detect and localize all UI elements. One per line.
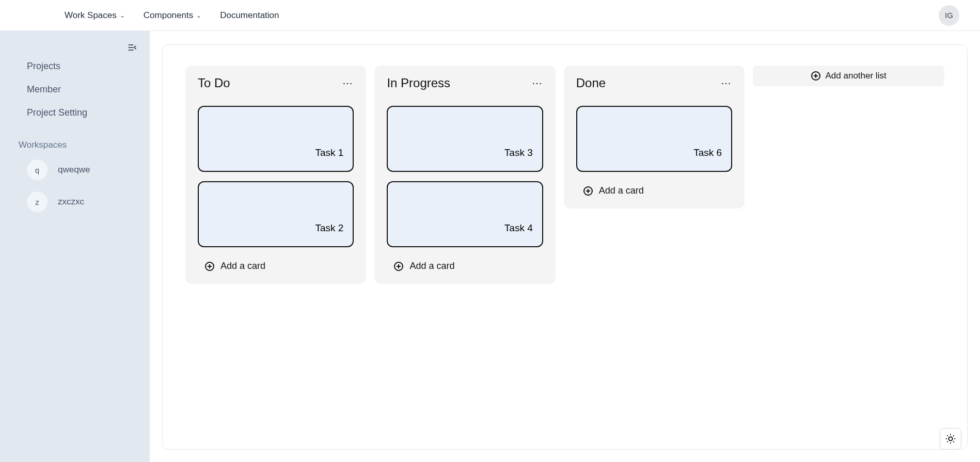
avatar-initials: IG xyxy=(945,11,953,20)
sidebar-item-label: Project Setting xyxy=(27,107,87,118)
card-title: Task 2 xyxy=(315,222,343,234)
column-done: Done ⋯ Task 6 Add a card xyxy=(564,66,745,209)
theme-toggle-button[interactable] xyxy=(940,428,961,450)
card[interactable]: Task 1 xyxy=(198,106,354,172)
sidebar-item-projects[interactable]: Projects xyxy=(27,61,150,72)
more-icon: ⋯ xyxy=(532,77,543,89)
add-card-button[interactable]: Add a card xyxy=(576,185,732,196)
add-card-label: Add a card xyxy=(220,261,265,272)
sidebar-section-title: Workspaces xyxy=(0,140,150,150)
sidebar-nav: Projects Member Project Setting xyxy=(0,61,150,118)
top-nav-left: Work Spaces ⌄ Components ⌄ Documentation xyxy=(65,10,279,21)
card[interactable]: Task 2 xyxy=(198,181,354,247)
top-nav: Work Spaces ⌄ Components ⌄ Documentation… xyxy=(0,0,980,31)
column-menu-button[interactable]: ⋯ xyxy=(721,78,732,88)
workspace-name: qweqwe xyxy=(58,165,90,175)
workspace-item[interactable]: z zxczxc xyxy=(27,192,150,212)
column-menu-button[interactable]: ⋯ xyxy=(532,78,543,88)
chevron-down-icon: ⌄ xyxy=(120,12,125,19)
add-list-button[interactable]: Add another list xyxy=(753,66,944,86)
add-card-button[interactable]: Add a card xyxy=(387,261,543,272)
add-card-button[interactable]: Add a card xyxy=(198,261,354,272)
nav-components[interactable]: Components ⌄ xyxy=(144,10,201,21)
svg-line-6 xyxy=(947,436,948,436)
nav-label: Components xyxy=(144,10,193,21)
column-title: Done xyxy=(576,76,606,90)
svg-line-10 xyxy=(947,441,948,442)
svg-line-7 xyxy=(953,441,954,442)
more-icon: ⋯ xyxy=(342,77,354,89)
nav-label: Work Spaces xyxy=(65,10,117,21)
workspace-avatar: q xyxy=(27,160,48,180)
card[interactable]: Task 3 xyxy=(387,106,543,172)
column-in-progress: In Progress ⋯ Task 3 Task 4 Add a card xyxy=(374,66,555,284)
sidebar-item-member[interactable]: Member xyxy=(27,84,150,95)
column-todo: To Do ⋯ Task 1 Task 2 Add a card xyxy=(185,66,366,284)
user-avatar[interactable]: IG xyxy=(939,5,959,26)
card-title: Task 1 xyxy=(315,147,343,158)
sidebar-item-project-setting[interactable]: Project Setting xyxy=(27,107,150,118)
card-title: Task 6 xyxy=(693,147,722,158)
card[interactable]: Task 6 xyxy=(576,106,732,172)
collapse-icon xyxy=(127,42,137,53)
chevron-down-icon: ⌄ xyxy=(196,12,201,19)
more-icon: ⋯ xyxy=(721,77,732,89)
add-list-label: Add another list xyxy=(826,71,887,81)
sidebar-collapse-button[interactable] xyxy=(127,42,137,55)
plus-circle-icon xyxy=(205,262,214,271)
main-area: To Do ⋯ Task 1 Task 2 Add a card xyxy=(150,31,980,462)
plus-circle-icon xyxy=(811,71,820,81)
card-title: Task 3 xyxy=(504,147,533,158)
board: To Do ⋯ Task 1 Task 2 Add a card xyxy=(162,44,968,450)
card[interactable]: Task 4 xyxy=(387,181,543,247)
workspace-list: q qweqwe z zxczxc xyxy=(0,160,150,212)
column-title: In Progress xyxy=(387,76,450,90)
add-card-label: Add a card xyxy=(599,185,644,196)
sun-icon xyxy=(945,433,956,444)
column-menu-button[interactable]: ⋯ xyxy=(342,78,354,88)
plus-circle-icon xyxy=(583,186,593,196)
workspace-avatar: z xyxy=(27,192,48,212)
nav-work-spaces[interactable]: Work Spaces ⌄ xyxy=(65,10,125,21)
card-title: Task 4 xyxy=(504,222,533,234)
plus-circle-icon xyxy=(394,262,403,271)
column-title: To Do xyxy=(198,76,230,90)
add-card-label: Add a card xyxy=(409,261,454,272)
sidebar: Projects Member Project Setting Workspac… xyxy=(0,31,150,462)
workspace-name: zxczxc xyxy=(58,197,84,207)
workspace-item[interactable]: q qweqwe xyxy=(27,160,150,180)
svg-point-3 xyxy=(949,437,952,440)
columns-row: To Do ⋯ Task 1 Task 2 Add a card xyxy=(185,66,944,284)
sidebar-item-label: Projects xyxy=(27,61,60,71)
sidebar-item-label: Member xyxy=(27,84,61,94)
svg-line-11 xyxy=(953,436,954,436)
nav-label: Documentation xyxy=(220,10,279,21)
nav-documentation[interactable]: Documentation xyxy=(220,10,279,21)
